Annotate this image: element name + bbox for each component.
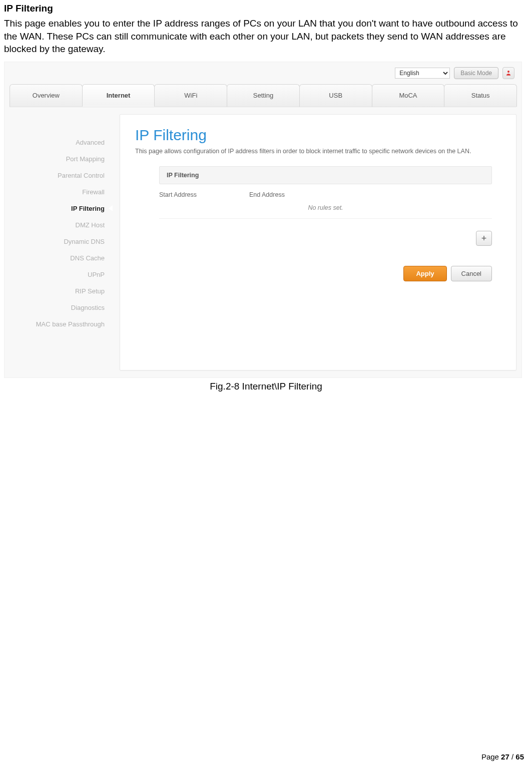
col-start-address: Start Address: [159, 191, 249, 198]
sidebar-item-parental-control[interactable]: Parental Control: [5, 167, 114, 184]
top-bar: English Basic Mode: [5, 62, 521, 83]
sidebar-item-rip-setup[interactable]: RIP Setup: [5, 283, 114, 299]
sidebar-item-port-mapping[interactable]: Port Mapping: [5, 151, 114, 167]
action-buttons: Apply Cancel: [135, 246, 501, 286]
nav-tabs: OverviewInternetWiFiSettingUSBMoCAStatus: [10, 84, 516, 107]
sidebar-item-diagnostics[interactable]: Diagnostics: [5, 299, 114, 316]
page-footer: Page 27 / 65: [481, 752, 524, 761]
sidebar-item-dynamic-dns[interactable]: Dynamic DNS: [5, 233, 114, 250]
doc-paragraph: This page enables you to enter the IP ad…: [0, 15, 532, 60]
page-title: IP Filtering: [135, 127, 501, 144]
page-total: 65: [515, 752, 524, 761]
sidebar-item-dns-cache[interactable]: DNS Cache: [5, 250, 114, 266]
logout-icon[interactable]: [502, 67, 514, 79]
page-prefix: Page: [481, 752, 501, 761]
tab-overview[interactable]: Overview: [10, 84, 83, 107]
basic-mode-button[interactable]: Basic Mode: [454, 67, 498, 79]
no-rules-message: No rules set.: [159, 201, 492, 219]
tab-setting[interactable]: Setting: [227, 84, 300, 107]
tab-moca[interactable]: MoCA: [372, 84, 445, 107]
column-headers: Start Address End Address: [135, 184, 501, 201]
cancel-button[interactable]: Cancel: [451, 266, 492, 281]
section-header: IP Filtering: [159, 166, 492, 184]
tab-internet[interactable]: Internet: [82, 84, 155, 107]
add-rule-button[interactable]: +: [476, 231, 492, 246]
doc-heading: IP Filtering: [0, 0, 532, 15]
sidebar: AdvancedPort MappingParental ControlFire…: [5, 114, 120, 370]
page-sep: /: [509, 752, 516, 761]
main-panel: IP Filtering This page allows configurat…: [120, 114, 516, 370]
figure-caption: Fig.2-8 Internet\IP Filtering: [0, 378, 532, 395]
language-select[interactable]: English: [395, 68, 450, 79]
sidebar-item-ip-filtering[interactable]: IP Filtering: [5, 200, 114, 217]
content-area: AdvancedPort MappingParental ControlFire…: [5, 107, 521, 377]
apply-button[interactable]: Apply: [403, 266, 446, 281]
page-current: 27: [501, 752, 509, 761]
tab-wifi[interactable]: WiFi: [154, 84, 227, 107]
col-end-address: End Address: [249, 191, 339, 198]
sidebar-item-firewall[interactable]: Firewall: [5, 184, 114, 200]
sidebar-item-dmz-host[interactable]: DMZ Host: [5, 217, 114, 233]
sidebar-item-upnp[interactable]: UPnP: [5, 266, 114, 283]
sidebar-item-mac-base-passthrough[interactable]: MAC base Passthrough: [5, 316, 114, 332]
tab-usb[interactable]: USB: [299, 84, 372, 107]
sidebar-item-advanced[interactable]: Advanced: [5, 134, 114, 151]
router-screenshot: English Basic Mode OverviewInternetWiFiS…: [4, 62, 522, 378]
page-description: This page allows configuration of IP add…: [135, 147, 501, 156]
svg-point-0: [507, 71, 509, 73]
tab-status[interactable]: Status: [444, 84, 517, 107]
